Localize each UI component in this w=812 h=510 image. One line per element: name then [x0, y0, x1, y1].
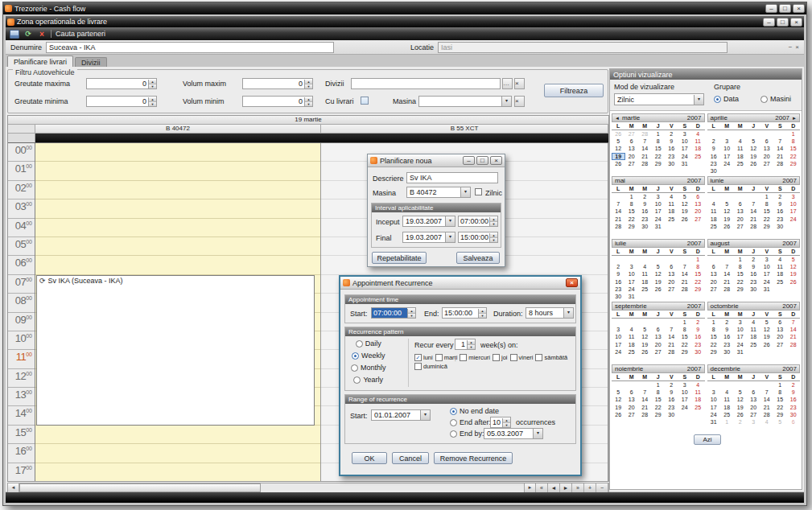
- calendar-day[interactable]: 16: [747, 270, 760, 278]
- calendar-day[interactable]: 3: [625, 263, 639, 270]
- spin-down-icon[interactable]: ▼: [305, 84, 312, 88]
- calendar-day[interactable]: 17: [678, 396, 692, 403]
- minimize-button[interactable]: –: [765, 4, 777, 13]
- weekday-checkbox-duminică[interactable]: duminică: [414, 363, 447, 370]
- calendar-day[interactable]: 26: [734, 411, 748, 418]
- calendar-day[interactable]: 5: [760, 319, 774, 326]
- inceput-time-input[interactable]: 07:00:00 ▲▼: [458, 216, 498, 227]
- calendar-day[interactable]: 13: [691, 200, 705, 208]
- calendar-day[interactable]: 15: [652, 396, 666, 403]
- dlg-masina-select[interactable]: B 40472 ▾: [406, 187, 471, 198]
- calendar-day[interactable]: 29: [691, 286, 705, 293]
- close-button[interactable]: ×: [793, 4, 805, 13]
- prev-month-icon[interactable]: ◄: [615, 116, 620, 121]
- calendar-day[interactable]: 20: [665, 278, 678, 286]
- calendar-day[interactable]: 21: [773, 153, 787, 160]
- calendar-day[interactable]: 12: [760, 326, 774, 333]
- search-partners-button[interactable]: Cauta parteneri: [56, 30, 105, 38]
- calendar-day[interactable]: 28: [760, 411, 774, 418]
- calendar-day[interactable]: 22: [691, 278, 705, 286]
- calendar-day[interactable]: 17: [612, 341, 625, 348]
- calendar-day[interactable]: 10: [760, 263, 774, 270]
- calendar-day[interactable]: 16: [665, 145, 678, 152]
- calendar-day[interactable]: 30: [747, 286, 760, 293]
- calendar-day[interactable]: 10: [720, 145, 734, 152]
- calendar-day[interactable]: 15: [625, 208, 639, 215]
- calendar-day[interactable]: 29: [625, 223, 639, 230]
- calendar-day[interactable]: 8: [773, 389, 787, 396]
- time-slot[interactable]: [35, 444, 320, 463]
- appointment[interactable]: ⟳Sv IKA (Suceava - IKA): [36, 275, 315, 426]
- calendar-day[interactable]: 18: [665, 208, 678, 215]
- calendar-day[interactable]: 25: [691, 153, 705, 160]
- calendar-day[interactable]: 1: [625, 193, 639, 200]
- calendar-day[interactable]: 26: [787, 278, 801, 286]
- calendar-day[interactable]: 5: [678, 193, 692, 200]
- child-close-button[interactable]: ×: [790, 18, 802, 27]
- spin-down-icon[interactable]: ▼: [503, 422, 510, 427]
- calendar-day[interactable]: 16: [665, 396, 678, 403]
- calendar-day[interactable]: 19: [652, 278, 666, 286]
- calendar-day[interactable]: 30: [691, 348, 705, 356]
- calendar-day[interactable]: 26: [652, 286, 666, 293]
- time-slot[interactable]: [35, 237, 320, 256]
- calendar-day[interactable]: 19: [734, 404, 748, 411]
- calendar-day[interactable]: 9: [638, 200, 652, 208]
- calendar-day[interactable]: 18: [747, 333, 760, 340]
- calendar-day[interactable]: 25: [638, 286, 652, 293]
- calendar-day[interactable]: 12: [678, 200, 692, 208]
- calendar-day[interactable]: 6: [747, 389, 760, 396]
- calendar-day[interactable]: 21: [720, 278, 734, 286]
- calendar-day[interactable]: 19: [787, 270, 801, 278]
- dropdown-icon[interactable]: ▾: [445, 216, 455, 226]
- grouping-radio-masini[interactable]: Masini: [760, 95, 791, 103]
- calendar-day[interactable]: 9: [747, 263, 760, 270]
- calendar-day[interactable]: 21: [678, 278, 692, 286]
- calendar-day[interactable]: 14: [787, 326, 801, 333]
- no-end-date-radio[interactable]: No end date: [450, 407, 499, 415]
- calendar-day[interactable]: 20: [625, 153, 639, 160]
- masina-clear-button[interactable]: ×: [514, 96, 525, 107]
- end-after-input[interactable]: 10 ▲▼: [490, 417, 511, 428]
- calendar-day[interactable]: 21: [747, 216, 760, 223]
- calendar-day[interactable]: 17: [720, 153, 734, 160]
- calendar-day[interactable]: 11: [638, 270, 652, 278]
- calendar-day[interactable]: 22: [625, 216, 639, 223]
- calendar-day[interactable]: 2: [665, 130, 678, 138]
- calendar-day[interactable]: 28: [678, 286, 692, 293]
- calendar-day[interactable]: 2: [638, 193, 652, 200]
- calendar-day[interactable]: 6: [625, 138, 639, 145]
- pattern-radio-monthly[interactable]: Monthly: [351, 364, 386, 372]
- calendar-day[interactable]: 18: [720, 404, 734, 411]
- calendar-day[interactable]: 8: [652, 138, 666, 145]
- calendar-day[interactable]: 11: [707, 208, 721, 215]
- calendar-day[interactable]: 7: [747, 200, 760, 208]
- calendar-day[interactable]: 15: [787, 145, 801, 152]
- calendar-day[interactable]: 4: [691, 130, 705, 138]
- nav-button[interactable]: ◄: [548, 483, 560, 492]
- delete-icon[interactable]: ×: [37, 30, 47, 39]
- calendar-day[interactable]: 22: [707, 341, 721, 348]
- calendar-day[interactable]: 14: [678, 270, 692, 278]
- calendar-day[interactable]: 23: [707, 160, 721, 167]
- calendar-day[interactable]: 13: [665, 270, 678, 278]
- calendar-day[interactable]: 28: [720, 286, 734, 293]
- calendar-day[interactable]: 2: [747, 256, 760, 263]
- calendar-day[interactable]: 5: [787, 256, 801, 263]
- calendar-day[interactable]: 29: [787, 160, 801, 167]
- calendar-day[interactable]: 22: [787, 153, 801, 160]
- dropdown-icon[interactable]: ▾: [420, 410, 430, 420]
- range-start-select[interactable]: 01.01.2007 ▾: [371, 409, 431, 421]
- calendar-day[interactable]: 13: [747, 396, 760, 403]
- pattern-radio-daily[interactable]: Daily: [356, 339, 381, 348]
- calendar-day[interactable]: 13: [625, 396, 639, 403]
- end-time-input[interactable]: 15:00:00 ▲▼: [442, 307, 487, 319]
- calendar-day[interactable]: 15: [707, 333, 721, 340]
- calendar-day[interactable]: 17: [652, 208, 666, 215]
- calendar-day[interactable]: 21: [638, 404, 652, 411]
- time-slot[interactable]: [35, 426, 320, 444]
- calendar-day[interactable]: 27: [691, 216, 705, 223]
- calendar-day[interactable]: 29: [773, 411, 787, 418]
- calendar-day[interactable]: 19: [720, 216, 734, 223]
- calendar-day[interactable]: 31: [625, 293, 639, 300]
